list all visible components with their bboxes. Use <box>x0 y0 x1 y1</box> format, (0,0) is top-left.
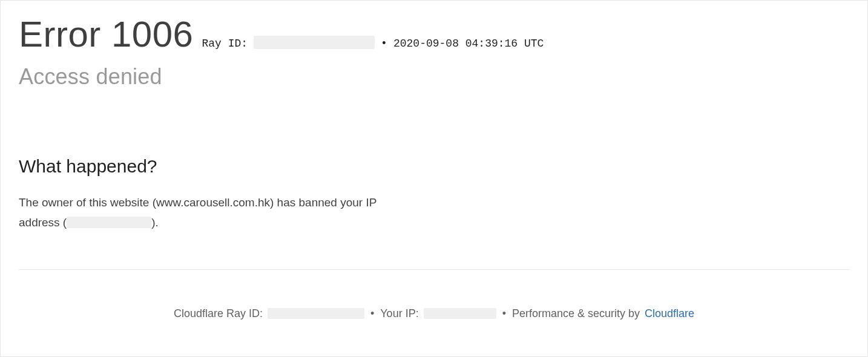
ray-id-value-redacted <box>254 36 375 49</box>
error-code-title: Error 1006 <box>19 15 193 53</box>
ray-id-label: Ray ID: <box>202 38 248 50</box>
footer-row: Cloudflare Ray ID: • Your IP: • Performa… <box>174 306 694 320</box>
footer-your-ip-label: Your IP: <box>380 307 418 320</box>
explanation-text: The owner of this website (www.carousell… <box>19 192 406 233</box>
error-page-container: Error 1006 Ray ID: • 2020-09-08 04:39:16… <box>0 0 868 357</box>
what-happened-heading: What happened? <box>19 156 849 177</box>
footer-ray-id-redacted <box>268 308 364 319</box>
explanation-suffix: ). <box>151 216 159 229</box>
footer-separator-2: • <box>501 307 507 320</box>
heading-row: Error 1006 Ray ID: • 2020-09-08 04:39:16… <box>19 15 849 53</box>
bullet-separator: • <box>381 38 387 49</box>
meta-line: Ray ID: • 2020-09-08 04:39:16 UTC <box>202 33 544 50</box>
access-denied-subheading: Access denied <box>19 64 849 90</box>
cloudflare-link[interactable]: Cloudflare <box>645 307 694 320</box>
footer: Cloudflare Ray ID: • Your IP: • Performa… <box>19 306 849 320</box>
footer-ray-id-label: Cloudflare Ray ID: <box>174 307 263 320</box>
footer-perf-label: Performance & security by <box>512 307 640 320</box>
footer-ip-redacted <box>424 308 496 319</box>
footer-separator-1: • <box>369 307 375 320</box>
ip-address-redacted <box>67 217 151 228</box>
footer-divider <box>19 269 849 270</box>
timestamp: 2020-09-08 04:39:16 UTC <box>393 38 544 50</box>
